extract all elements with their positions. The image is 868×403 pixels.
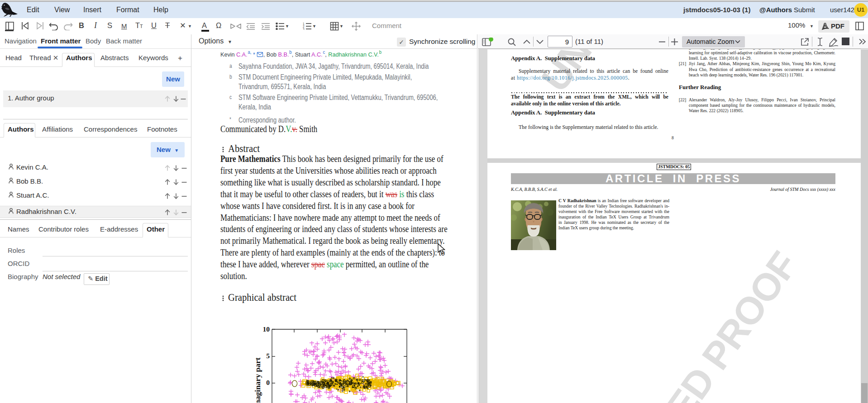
svg-text:10: 10 [263,325,270,333]
svg-text:Imaginary part: Imaginary part [253,357,262,403]
svg-text:0: 0 [266,379,270,386]
svg-text:5: 5 [266,352,270,360]
svg-text:3: 3 [303,28,305,30]
